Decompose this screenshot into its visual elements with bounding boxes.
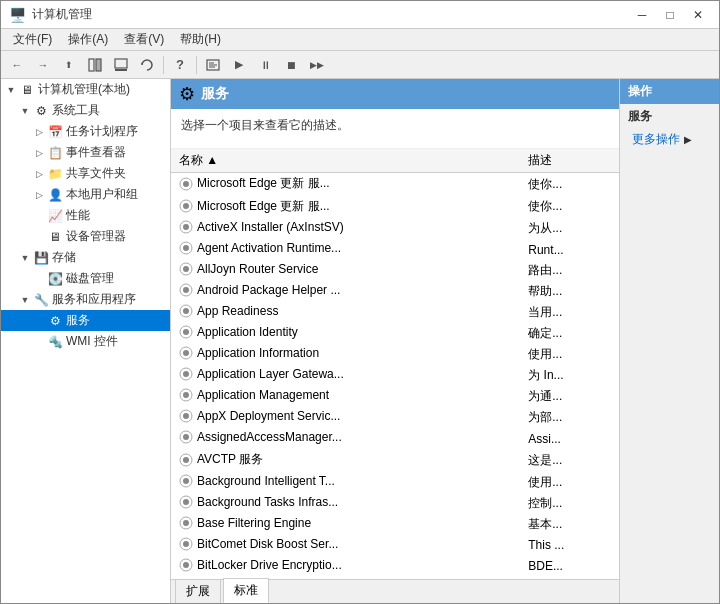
menu-item[interactable]: 查看(V) bbox=[116, 29, 172, 50]
forward-button[interactable]: → bbox=[31, 54, 55, 76]
action-more[interactable]: 更多操作 ▶ bbox=[620, 129, 719, 150]
expand-local-users[interactable]: ▷ bbox=[31, 190, 47, 200]
tree-perf[interactable]: 📈 性能 bbox=[1, 205, 170, 226]
minimize-button[interactable]: ─ bbox=[629, 4, 655, 26]
menu-item[interactable]: 帮助(H) bbox=[172, 29, 229, 50]
shared-label: 共享文件夹 bbox=[63, 165, 126, 182]
table-row[interactable]: AVCTP 服务 这是... bbox=[171, 449, 619, 472]
menu-item[interactable]: 操作(A) bbox=[60, 29, 116, 50]
svg-point-10 bbox=[183, 181, 189, 187]
title-bar: 🖥️ 计算机管理 ─ □ ✕ bbox=[1, 1, 719, 29]
toolbar-separator bbox=[163, 56, 164, 74]
menu-item[interactable]: 文件(F) bbox=[5, 29, 60, 50]
tree-shared[interactable]: ▷ 📁 共享文件夹 bbox=[1, 163, 170, 184]
expand-tasks[interactable]: ▷ bbox=[31, 127, 47, 137]
tree-sys-tools[interactable]: ▼ ⚙ 系统工具 bbox=[1, 100, 170, 121]
toolbar-separator-2 bbox=[196, 56, 197, 74]
table-row[interactable]: Application Information 使用... bbox=[171, 344, 619, 365]
table-row[interactable]: BitLocker Drive Encryptio... BDE... bbox=[171, 556, 619, 577]
svc-name: AllJoyn Router Service bbox=[171, 260, 520, 281]
tree-storage[interactable]: ▼ 💾 存储 bbox=[1, 247, 170, 268]
tree-svcapp[interactable]: ▼ 🔧 服务和应用程序 bbox=[1, 289, 170, 310]
restart-button[interactable]: ▶▶ bbox=[305, 54, 329, 76]
table-row[interactable]: Background Intelligent T... 使用... bbox=[171, 472, 619, 493]
maximize-button[interactable]: □ bbox=[657, 4, 683, 26]
svc-desc-text: 使用... bbox=[520, 344, 619, 365]
table-row[interactable]: App Readiness 当用... bbox=[171, 302, 619, 323]
table-row[interactable]: Base Filtering Engine 基本... bbox=[171, 514, 619, 535]
devmgr-icon: 🖥 bbox=[47, 229, 63, 245]
service-description: 选择一个项目来查看它的描述。 bbox=[171, 109, 619, 149]
svg-rect-1 bbox=[96, 59, 101, 71]
svc-desc-text: 控制... bbox=[520, 493, 619, 514]
svg-point-44 bbox=[183, 541, 189, 547]
computer-icon: 🖥 bbox=[19, 82, 35, 98]
svc-name: Application Layer Gatewa... bbox=[171, 365, 520, 386]
table-row[interactable]: Microsoft Edge 更新 服... 使你... bbox=[171, 173, 619, 196]
svc-name: BitLocker Drive Encryptio... bbox=[171, 556, 520, 577]
tree-diskmgr[interactable]: 💽 磁盘管理 bbox=[1, 268, 170, 289]
events-label: 事件查看器 bbox=[63, 144, 126, 161]
up-button[interactable]: ⬆ bbox=[57, 54, 81, 76]
table-row[interactable]: AllJoyn Router Service 路由... bbox=[171, 260, 619, 281]
expand-storage[interactable]: ▼ bbox=[17, 253, 33, 263]
table-row[interactable]: AppX Deployment Servic... 为部... bbox=[171, 407, 619, 428]
table-row[interactable]: BitComet Disk Boost Ser... This ... bbox=[171, 535, 619, 556]
svc-name: Base Filtering Engine bbox=[171, 514, 520, 535]
svc-label: 服务 bbox=[63, 312, 90, 329]
svg-point-18 bbox=[183, 266, 189, 272]
expand-svcapp[interactable]: ▼ bbox=[17, 295, 33, 305]
more-actions-label: 更多操作 bbox=[632, 131, 680, 148]
svg-point-36 bbox=[183, 457, 189, 463]
table-row[interactable]: Background Tasks Infras... 控制... bbox=[171, 493, 619, 514]
svc-row-icon: BitComet Disk Boost Ser... bbox=[179, 537, 338, 551]
help-button[interactable]: ? bbox=[168, 54, 192, 76]
tree-wmi[interactable]: 🔩 WMI 控件 bbox=[1, 331, 170, 352]
service-panel-header: ⚙ 服务 bbox=[171, 79, 619, 109]
expand-root[interactable]: ▼ bbox=[3, 85, 19, 95]
tree-root[interactable]: ▼ 🖥 计算机管理(本地) bbox=[1, 79, 170, 100]
tasks-label: 任务计划程序 bbox=[63, 123, 138, 140]
col-desc[interactable]: 描述 bbox=[520, 149, 619, 173]
expand-sys[interactable]: ▼ bbox=[17, 106, 33, 116]
table-row[interactable]: Agent Activation Runtime... Runt... bbox=[171, 239, 619, 260]
title-bar-left: 🖥️ 计算机管理 bbox=[9, 6, 92, 23]
svc-desc-text: 为通... bbox=[520, 386, 619, 407]
svc-row-icon: AVCTP 服务 bbox=[179, 451, 263, 468]
properties-button[interactable] bbox=[109, 54, 133, 76]
table-row[interactable]: Application Identity 确定... bbox=[171, 323, 619, 344]
table-row[interactable]: Application Management 为通... bbox=[171, 386, 619, 407]
tree-events[interactable]: ▷ 📋 事件查看器 bbox=[1, 142, 170, 163]
table-row[interactable]: ActiveX Installer (AxInstSV) 为从... bbox=[171, 218, 619, 239]
svc-name-text: App Readiness bbox=[197, 304, 278, 318]
svc-row-icon: BitLocker Drive Encryptio... bbox=[179, 558, 342, 572]
tree-devmgr[interactable]: 🖥 设备管理器 bbox=[1, 226, 170, 247]
expand-events[interactable]: ▷ bbox=[31, 148, 47, 158]
stop-button[interactable]: ⏹ bbox=[279, 54, 303, 76]
tab-standard[interactable]: 标准 bbox=[223, 578, 269, 603]
table-row[interactable]: Microsoft Edge 更新 服... 使你... bbox=[171, 196, 619, 219]
svc-row-icon: Microsoft Edge 更新 服... bbox=[179, 175, 330, 192]
table-row[interactable]: Application Layer Gatewa... 为 In... bbox=[171, 365, 619, 386]
refresh-button[interactable] bbox=[135, 54, 159, 76]
tree-tasks[interactable]: ▷ 📅 任务计划程序 bbox=[1, 121, 170, 142]
svg-rect-0 bbox=[89, 59, 94, 71]
svc-name: Application Identity bbox=[171, 323, 520, 344]
svc-row-icon: Agent Activation Runtime... bbox=[179, 241, 341, 255]
tab-expand[interactable]: 扩展 bbox=[175, 579, 221, 603]
close-button[interactable]: ✕ bbox=[685, 4, 711, 26]
console-button[interactable] bbox=[201, 54, 225, 76]
pause-button[interactable]: ⏸ bbox=[253, 54, 277, 76]
service-list[interactable]: 名称 ▲ 描述 Microsoft Edge 更新 服... 使你... bbox=[171, 149, 619, 579]
play-button[interactable]: ▶ bbox=[227, 54, 251, 76]
tree-local-users[interactable]: ▷ 👤 本地用户和组 bbox=[1, 184, 170, 205]
expand-shared[interactable]: ▷ bbox=[31, 169, 47, 179]
col-name[interactable]: 名称 ▲ bbox=[171, 149, 520, 173]
show-hide-button[interactable] bbox=[83, 54, 107, 76]
tree-svc[interactable]: ⚙ 服务 bbox=[1, 310, 170, 331]
svc-desc-text: 使你... bbox=[520, 196, 619, 219]
table-row[interactable]: Android Package Helper ... 帮助... bbox=[171, 281, 619, 302]
svc-desc-text: 帮助... bbox=[520, 281, 619, 302]
back-button[interactable]: ← bbox=[5, 54, 29, 76]
table-row[interactable]: AssignedAccessManager... Assi... bbox=[171, 428, 619, 449]
